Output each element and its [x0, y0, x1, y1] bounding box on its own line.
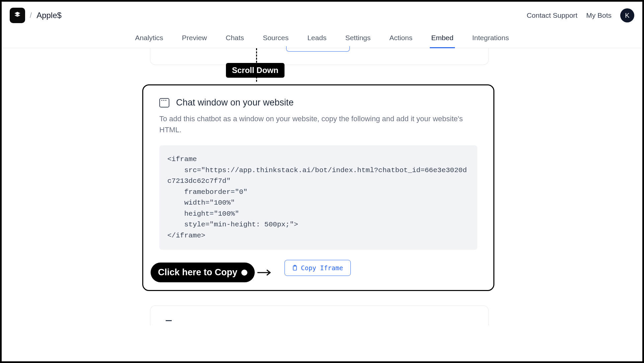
scroll-down-annotation: Scroll Down: [226, 63, 285, 78]
tab-preview[interactable]: Preview: [181, 30, 209, 48]
previous-copy-button-fragment: [286, 46, 350, 52]
click-to-copy-callout: Click here to Copy: [151, 263, 271, 282]
card-title: Chat window on your website: [176, 97, 294, 108]
top-header: / Apple$ Contact Support My Bots K: [2, 2, 642, 26]
next-card-top-edge: [150, 305, 489, 325]
callout-dot-icon: [241, 270, 247, 276]
copy-iframe-button[interactable]: Copy Iframe: [285, 260, 351, 276]
tab-sources[interactable]: Sources: [261, 30, 290, 48]
header-right: Contact Support My Bots K: [527, 8, 634, 22]
breadcrumb-sep: /: [30, 11, 32, 20]
app-logo[interactable]: [10, 8, 25, 23]
contact-support-link[interactable]: Contact Support: [527, 11, 577, 19]
callout-pill: Click here to Copy: [151, 263, 255, 282]
clipboard-icon: [292, 265, 298, 271]
card-header: Chat window on your website: [159, 97, 477, 108]
callout-text: Click here to Copy: [158, 267, 237, 278]
window-icon: [159, 98, 169, 107]
card-description: To add this chatbot as a window on your …: [159, 113, 477, 135]
tabs-nav: Analytics Preview Chats Sources Leads Se…: [2, 26, 642, 48]
copy-iframe-label: Copy Iframe: [301, 264, 343, 272]
tab-chats[interactable]: Chats: [224, 30, 245, 48]
tab-leads[interactable]: Leads: [306, 30, 328, 48]
header-left: / Apple$: [10, 8, 62, 23]
tab-integrations[interactable]: Integrations: [471, 30, 510, 48]
embed-iframe-card: Chat window on your website To add this …: [142, 84, 494, 291]
content-area: Scroll Down Chat window on your website …: [2, 48, 642, 341]
tab-analytics[interactable]: Analytics: [134, 30, 165, 48]
tab-settings[interactable]: Settings: [344, 30, 372, 48]
tab-embed[interactable]: Embed: [430, 30, 455, 48]
my-bots-link[interactable]: My Bots: [586, 11, 612, 19]
iframe-code-block[interactable]: <iframe src="https://app.thinkstack.ai/b…: [159, 145, 477, 250]
tab-actions[interactable]: Actions: [388, 30, 414, 48]
bot-name[interactable]: Apple$: [36, 11, 62, 20]
arrow-right-icon: [257, 269, 271, 277]
logo-icon: [13, 11, 22, 20]
svg-rect-0: [293, 266, 297, 270]
avatar[interactable]: K: [620, 8, 634, 22]
next-card-content-fragment: [166, 320, 172, 321]
